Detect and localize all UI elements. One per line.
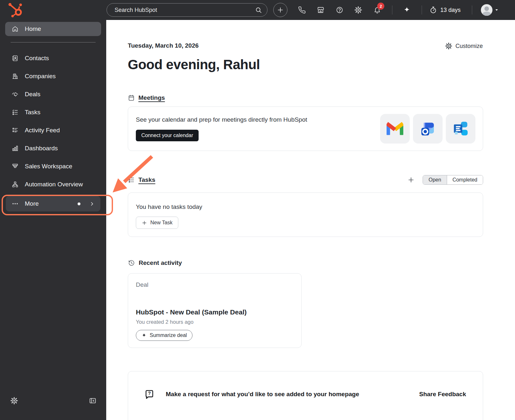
gmail-icon	[387, 122, 403, 136]
chevron-right-icon	[89, 201, 95, 207]
top-navigation-bar: 2 13 days	[0, 0, 515, 20]
feedback-card: Make a request for what you’d like to se…	[128, 371, 483, 420]
collapse-sidebar-icon[interactable]	[89, 397, 97, 405]
connect-calendar-button[interactable]: Connect your calendar	[136, 130, 199, 141]
deal-meta: You created 2 hours ago	[136, 319, 294, 325]
create-button[interactable]	[273, 3, 287, 17]
recent-activity-header: Recent activity	[128, 259, 515, 266]
activity-feed-icon	[12, 127, 19, 134]
gmail-tile[interactable]	[380, 114, 410, 144]
greeting-heading: Good evening, Rahul	[128, 57, 515, 72]
outlook-tile[interactable]	[413, 114, 443, 144]
ellipsis-icon	[12, 200, 19, 207]
feedback-question-bubble-icon	[144, 388, 155, 400]
tasks-checklist-icon	[128, 176, 135, 183]
activity-type-label: Deal	[136, 281, 294, 288]
customize-button[interactable]: Customize	[445, 42, 483, 50]
sidebar-more-label: More	[25, 200, 39, 207]
sidebar-item-deals[interactable]: Deals	[0, 85, 106, 103]
feedback-message: Make a request for what you’d like to se…	[166, 391, 359, 398]
tasks-heading-group: Tasks	[128, 176, 155, 183]
help-icon[interactable]	[336, 6, 343, 14]
ai-sparkle-icon[interactable]	[403, 6, 411, 14]
notification-badge: 2	[377, 3, 384, 10]
trial-days-label: 13 days	[440, 7, 461, 14]
trial-countdown[interactable]: 13 days	[429, 4, 461, 16]
sidebar-item-tasks[interactable]: Tasks	[0, 103, 106, 121]
deals-handshake-icon	[12, 91, 19, 98]
sidebar-item-automation-overview[interactable]: Automation Overview	[0, 175, 106, 193]
outlook-icon	[420, 121, 436, 137]
home-dashboard: Customize Tuesday, March 10, 2026 Good e…	[106, 20, 515, 420]
sidebar-item-label: Dashboards	[25, 145, 58, 152]
tasks-checklist-icon	[12, 109, 19, 116]
sidebar-item-home[interactable]: Home	[5, 22, 101, 36]
hubspot-logo-icon[interactable]	[7, 2, 25, 18]
sidebar-settings-gear-icon[interactable]	[10, 397, 18, 405]
exchange-icon	[453, 121, 469, 137]
settings-icon[interactable]	[354, 6, 362, 14]
calling-icon[interactable]	[298, 6, 306, 14]
global-search[interactable]	[107, 3, 267, 17]
sidebar-item-companies[interactable]: Companies	[0, 67, 106, 85]
tasks-empty-card: You have no tasks today New Task	[128, 192, 483, 237]
meetings-section-header: Meetings	[128, 94, 515, 101]
sidebar-divider	[11, 42, 96, 42]
avatar	[481, 4, 492, 16]
search-input[interactable]	[115, 7, 255, 14]
recent-activity-title: Recent activity	[139, 259, 182, 266]
exchange-tile[interactable]	[446, 114, 475, 144]
summarize-deal-button[interactable]: Summarize deal	[136, 330, 192, 341]
tasks-section-link[interactable]: Tasks	[138, 176, 155, 183]
new-task-label: New Task	[150, 220, 173, 226]
calendar-icon	[128, 94, 135, 101]
stopwatch-icon	[429, 6, 437, 14]
chevron-down-icon	[494, 8, 499, 12]
sidebar-item-label: Companies	[25, 73, 56, 80]
marketplace-icon[interactable]	[317, 6, 324, 14]
filter-completed-tab[interactable]: Completed	[447, 175, 483, 184]
filter-open-tab[interactable]: Open	[423, 175, 447, 184]
more-indicator-dot	[78, 202, 80, 205]
meetings-card: See your calendar and prep for meetings …	[128, 107, 483, 151]
customize-gear-icon	[445, 42, 452, 50]
contacts-icon	[12, 55, 19, 62]
sidebar-footer	[0, 397, 106, 405]
sidebar-item-dashboards[interactable]: Dashboards	[0, 139, 106, 157]
calendar-providers	[380, 114, 475, 144]
meetings-section-link[interactable]: Meetings	[138, 94, 165, 101]
plus-icon	[277, 6, 284, 14]
tasks-empty-message: You have no tasks today	[136, 203, 475, 210]
sales-workspace-icon	[12, 163, 19, 170]
customize-label: Customize	[455, 43, 483, 50]
sparkle-icon	[141, 333, 147, 338]
new-task-button[interactable]: New Task	[136, 217, 178, 229]
companies-icon	[12, 73, 19, 80]
sidebar-item-label: Automation Overview	[25, 181, 83, 188]
sidebar-item-label: Deals	[25, 91, 41, 98]
history-clock-icon	[128, 259, 135, 266]
sidebar-item-label: Contacts	[25, 55, 49, 62]
topbar-divider	[392, 5, 392, 14]
sidebar-item-activity-feed[interactable]: Activity Feed	[0, 121, 106, 139]
summarize-deal-label: Summarize deal	[150, 332, 187, 338]
automation-org-chart-icon	[12, 181, 19, 188]
topbar-divider	[472, 5, 472, 14]
sidebar-item-label: Tasks	[25, 109, 41, 116]
sidebar-item-label: Sales Workspace	[25, 163, 72, 170]
account-menu[interactable]	[481, 4, 499, 16]
dashboards-bar-chart-icon	[12, 145, 19, 152]
add-task-plus-icon[interactable]	[407, 176, 415, 183]
tasks-section-header: Tasks Open Completed	[128, 175, 483, 185]
share-feedback-button[interactable]: Share Feedback	[419, 391, 466, 398]
primary-sidebar: Home Contacts Companies Deals Tasks Acti…	[0, 20, 106, 420]
sidebar-item-more[interactable]: More	[6, 196, 100, 211]
deal-title[interactable]: HubSpot - New Deal (Sample Deal)	[136, 308, 294, 316]
topbar-divider	[422, 5, 422, 14]
plus-icon	[142, 220, 147, 226]
task-filter-toggle: Open Completed	[423, 175, 483, 185]
recent-activity-card[interactable]: Deal HubSpot - New Deal (Sample Deal) Yo…	[128, 273, 302, 348]
sidebar-item-contacts[interactable]: Contacts	[0, 49, 106, 67]
sidebar-item-sales-workspace[interactable]: Sales Workspace	[0, 157, 106, 175]
meetings-description: See your calendar and prep for meetings …	[136, 116, 307, 123]
